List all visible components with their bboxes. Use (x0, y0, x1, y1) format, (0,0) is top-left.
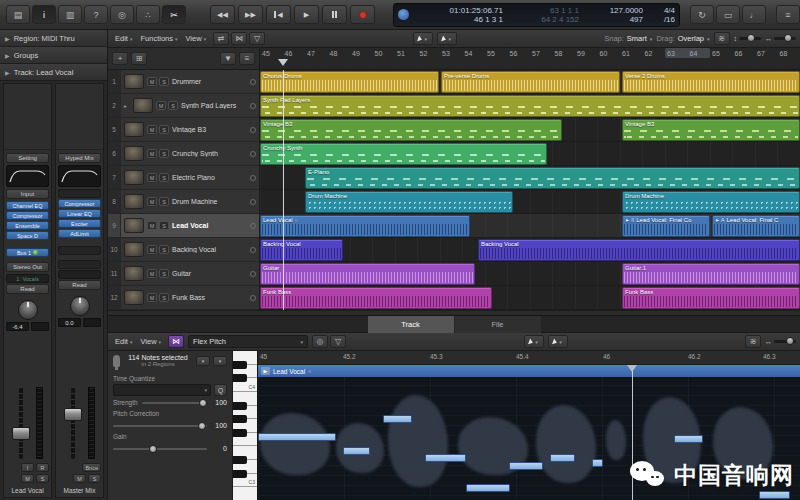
flex-mode-icon[interactable]: ⋈ (168, 335, 184, 348)
solo-button[interactable]: S (88, 474, 101, 483)
piano-black-key[interactable] (233, 415, 247, 423)
library-button[interactable]: ▥ (58, 5, 82, 24)
plugin-slot-ensemble[interactable]: Ensemble (6, 221, 49, 230)
horizontal-zoom-slider[interactable]: ↔ (765, 35, 796, 42)
inspector-button[interactable]: i (32, 5, 56, 24)
input-monitor-icon[interactable] (250, 247, 256, 253)
plugin-slot-compressor[interactable]: Compressor (6, 211, 49, 220)
track-row-synth-pad-layers[interactable]: 2▸MSSynth Pad Layers (108, 94, 259, 118)
flex-pitch-note[interactable] (466, 484, 510, 492)
snap-menu[interactable]: Snap: Smart ▾ (604, 34, 652, 43)
catch-playhead-button[interactable]: ⇄ (213, 32, 229, 45)
piano-black-key[interactable] (233, 456, 247, 464)
region-funk-bass[interactable]: Funk Bass (622, 287, 800, 309)
track-solo-button[interactable]: S (159, 125, 169, 134)
region-drum-machine[interactable]: Drum Machine (622, 191, 800, 213)
flex-pitch-note[interactable] (383, 415, 412, 423)
track-sort-button[interactable]: ▼ (220, 52, 236, 65)
region-inspector-header[interactable]: ▶ Region: MIDI Thru (0, 30, 107, 47)
track-mute-button[interactable]: M (147, 77, 157, 86)
editor-zoom-slider[interactable]: ↔ (765, 338, 796, 345)
region-backing-vocal[interactable]: Backing Vocal (260, 239, 343, 261)
send-slot-bus1[interactable]: Bus 1 (6, 248, 49, 257)
metronome-button[interactable]: ♩ (742, 5, 766, 24)
mixer-button[interactable]: ∴ (136, 5, 160, 24)
pan-knob[interactable] (70, 296, 90, 316)
play-button[interactable]: ▶ (294, 5, 319, 24)
track-inspector-header[interactable]: ▶ Track: Lead Vocal (0, 64, 107, 81)
time-quantize-select[interactable]: ▾ (113, 384, 211, 396)
volume-fader[interactable] (6, 385, 49, 461)
track-row-drummer[interactable]: 1MSDrummer (108, 70, 259, 94)
track-row-crunchy-synth[interactable]: 6MSCrunchy Synth (108, 142, 259, 166)
region-lead-vocal-final-c[interactable]: ► ALead Vocal: Final C (712, 215, 800, 237)
pitch-correction-slider[interactable] (113, 425, 207, 427)
tab-track[interactable]: Track (368, 316, 454, 333)
track-solo-button[interactable]: S (159, 197, 169, 206)
region-e-piano[interactable]: E-Piano (305, 167, 800, 189)
setting-button[interactable]: Setting (6, 153, 49, 163)
plugin-slot-adlimit[interactable]: AdLimit (58, 229, 101, 238)
selection-options-button[interactable]: ▾ (213, 356, 227, 366)
track-row-guitar[interactable]: 11MSGuitar (108, 262, 259, 286)
region-guitar[interactable]: Guitar (260, 263, 475, 285)
track-mute-button[interactable]: M (147, 293, 157, 302)
rewind-button[interactable]: ◀◀ (210, 5, 235, 24)
input-monitor-icon[interactable] (250, 223, 256, 229)
editor-beat-ruler[interactable]: 4545.245.345.44646.246.3 (258, 351, 800, 365)
track-solo-button[interactable]: S (159, 269, 169, 278)
editor-region-header[interactable]: ▶ Lead Vocal ○ (258, 365, 800, 377)
flex-pitch-note[interactable] (592, 459, 603, 467)
r-button[interactable]: R (36, 463, 49, 472)
command-click-tool-menu[interactable]: ▾ (437, 32, 457, 45)
plugin-slot-exciter[interactable]: Exciter (58, 219, 101, 228)
volume-fader[interactable] (58, 385, 101, 461)
smart-controls-button[interactable]: ◎ (110, 5, 134, 24)
region-lead-vocal[interactable]: Lead Vocal○ (260, 215, 470, 237)
flex-mode-select[interactable]: Flex Pitch ▾ (188, 335, 308, 348)
setting-button[interactable]: Hyped Mix (58, 153, 101, 163)
region-play-icon[interactable]: ▶ (261, 367, 270, 375)
send-level-knob[interactable] (33, 250, 38, 255)
editor-command-click-tool-menu[interactable]: ▾ (548, 335, 568, 348)
plugin-slot-space-d[interactable]: Space D (6, 231, 49, 240)
group-slot[interactable] (58, 270, 101, 279)
region-backing-vocal[interactable]: Backing Vocal (478, 239, 800, 261)
flex-pitch-note[interactable] (759, 491, 790, 499)
mute-button[interactable]: M (73, 474, 86, 483)
menu-edit[interactable]: Edit▾ (112, 34, 135, 43)
vertical-zoom-slider[interactable]: ↕ (734, 35, 762, 42)
input-monitor-icon[interactable] (250, 151, 256, 157)
plugin-slot-channel-eq[interactable]: Channel EQ (6, 201, 49, 210)
flex-button[interactable]: ⋈ (231, 32, 247, 45)
strength-slider-knob[interactable] (199, 399, 207, 407)
track-solo-button[interactable]: S (159, 221, 169, 230)
flex-pitch-note[interactable] (509, 462, 543, 470)
fader-cap[interactable] (12, 427, 30, 440)
forward-button[interactable]: ▶▶ (238, 5, 263, 24)
pause-button[interactable] (322, 5, 347, 24)
piano-black-key[interactable] (233, 374, 247, 382)
pitch-correction-slider-knob[interactable] (198, 422, 206, 430)
groups-inspector-header[interactable]: ▶ Groups (0, 47, 107, 64)
track-mute-button[interactable]: M (147, 245, 157, 254)
editor-playhead-marker[interactable] (627, 365, 637, 372)
piano-black-key[interactable] (233, 402, 247, 410)
list-editors-button[interactable]: ≡ (776, 5, 800, 24)
editor-catch-button[interactable]: ≋ (745, 335, 761, 348)
left-click-tool-menu[interactable]: ▾ (413, 32, 433, 45)
drag-menu[interactable]: Drag: Overlap ▾ (656, 34, 709, 43)
editor-menu-view[interactable]: View▾ (137, 337, 164, 346)
piano-key-b2[interactable] (233, 487, 257, 500)
track-mute-button[interactable]: M (156, 101, 166, 110)
track-solo-button[interactable]: S (159, 245, 169, 254)
input-button[interactable]: Input (6, 189, 49, 199)
gain-slider[interactable] (113, 448, 207, 450)
bnce-button[interactable]: Bnce (82, 463, 101, 472)
track-mute-button[interactable]: M (147, 125, 157, 134)
quick-help-button[interactable]: ? (84, 5, 108, 24)
group-slot[interactable]: 1: Vocals (6, 274, 49, 283)
region-verse-2-drums[interactable]: Verse 2 Drums (622, 71, 800, 93)
pan-knob[interactable] (18, 300, 38, 320)
track-row-vintage-b3[interactable]: 5MSVintage B3 (108, 118, 259, 142)
